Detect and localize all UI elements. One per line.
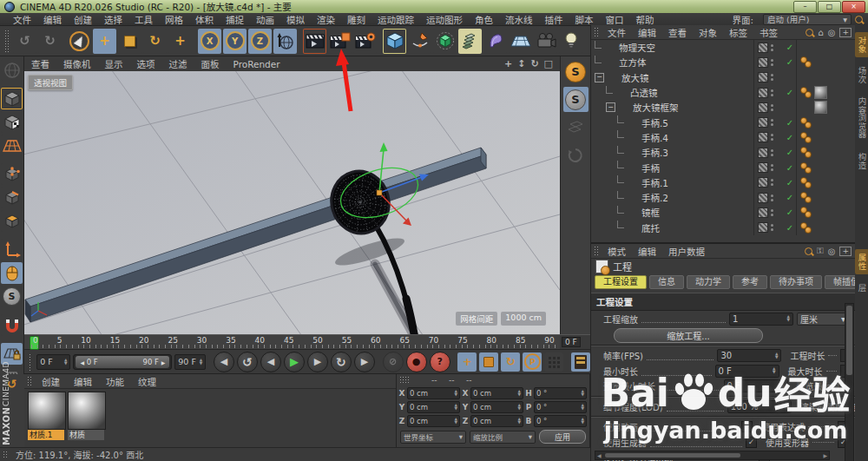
visibility-dots[interactable] bbox=[771, 89, 773, 96]
tag-area[interactable] bbox=[796, 40, 856, 55]
stepper-icon[interactable] bbox=[64, 359, 67, 366]
vertical-scrollbar[interactable] bbox=[845, 303, 854, 461]
texture-tag-thumb[interactable] bbox=[814, 101, 827, 114]
menu-item[interactable]: 运动跟踪 bbox=[372, 15, 420, 25]
om-menu-item[interactable]: 书签 bbox=[753, 28, 784, 38]
enable-check-icon[interactable]: ✓ bbox=[784, 43, 796, 52]
enable-check-icon[interactable]: ✓ bbox=[784, 207, 796, 217]
object-row[interactable]: 镜框 ✓ bbox=[591, 205, 856, 220]
tag-area[interactable] bbox=[796, 175, 856, 190]
om-search-icon[interactable] bbox=[806, 29, 813, 36]
tag-area[interactable] bbox=[796, 190, 856, 205]
stepper-icon[interactable] bbox=[787, 315, 790, 322]
expand-toggle[interactable] bbox=[617, 161, 624, 168]
attribute-tab[interactable]: 待办事项 bbox=[770, 275, 822, 289]
object-row[interactable]: 手柄.4 ✓ bbox=[591, 130, 856, 145]
layer-toggle-icon[interactable] bbox=[758, 193, 768, 203]
coord-field[interactable]: 0 cm bbox=[470, 415, 523, 427]
menu-item[interactable]: 插件 bbox=[539, 15, 569, 25]
enable-check-icon[interactable]: ✓ bbox=[784, 118, 796, 128]
points-mode-button[interactable] bbox=[1, 163, 23, 185]
am-search-icon[interactable] bbox=[805, 247, 812, 255]
value-field[interactable]: 0 F bbox=[715, 365, 779, 378]
live-selection-button[interactable] bbox=[68, 29, 91, 54]
visibility-toggles[interactable] bbox=[753, 221, 784, 235]
stepper-icon[interactable] bbox=[518, 404, 521, 411]
apply-button[interactable]: 应用 bbox=[539, 430, 586, 444]
object-row[interactable]: 底托 ✓ bbox=[591, 221, 856, 235]
visibility-toggles[interactable] bbox=[753, 70, 784, 85]
viewport-menu-item[interactable]: 查看 bbox=[24, 59, 56, 69]
enable-check-icon[interactable]: ✓ bbox=[784, 178, 796, 188]
coord-field[interactable]: 0 cm bbox=[407, 415, 460, 427]
viewport-menu-item[interactable]: 过滤 bbox=[162, 59, 194, 69]
coord-field[interactable]: 0 ° bbox=[534, 415, 587, 427]
play-backwards-button[interactable]: ↺ bbox=[237, 352, 258, 372]
viewport-menu-item[interactable]: 摄像机 bbox=[56, 59, 98, 69]
object-name[interactable]: 放大镜 bbox=[621, 71, 753, 84]
am-lock-icon[interactable]: ⚿ bbox=[817, 246, 824, 256]
material-item[interactable]: 材质.1 bbox=[28, 392, 64, 440]
object-name[interactable]: 手柄.2 bbox=[641, 191, 753, 204]
side-tab[interactable]: 层 bbox=[855, 280, 868, 297]
stepper-icon[interactable] bbox=[455, 390, 457, 397]
object-name[interactable]: 镜框 bbox=[641, 206, 753, 219]
object-name[interactable]: 手柄.5 bbox=[641, 116, 753, 129]
visibility-toggles[interactable] bbox=[753, 40, 784, 55]
material-thumbnail[interactable] bbox=[28, 392, 66, 430]
unit-dropdown[interactable]: 厘米▾ bbox=[797, 313, 849, 326]
viewport-menu-item[interactable]: 选项 bbox=[130, 59, 162, 69]
texture-tag-dots[interactable] bbox=[800, 207, 812, 218]
enable-check-icon[interactable]: ✓ bbox=[784, 57, 796, 67]
snap-button[interactable]: S bbox=[1, 286, 23, 307]
menu-item[interactable]: 窗口 bbox=[600, 15, 630, 25]
viewport-menu-item[interactable]: 面板 bbox=[194, 59, 227, 69]
menu-item[interactable]: 角色 bbox=[469, 15, 499, 25]
side-tab[interactable]: 对象 bbox=[855, 32, 868, 57]
coord-system-dropdown[interactable]: 世界坐标▾ bbox=[400, 431, 466, 444]
am-add-icon[interactable]: + bbox=[839, 247, 852, 256]
object-row[interactable]: 凸透镜 ✓ bbox=[591, 85, 856, 100]
enable-check-icon[interactable]: ✓ bbox=[784, 163, 796, 173]
om-menu-item[interactable]: 标签 bbox=[723, 28, 753, 38]
key-parameter-toggle[interactable]: P bbox=[523, 352, 542, 372]
record-disabled-button[interactable]: ⊘ bbox=[383, 352, 404, 372]
object-row[interactable]: − 放大镜框架 ✓ bbox=[591, 100, 856, 115]
render-to-picture-viewer-button[interactable] bbox=[328, 29, 352, 54]
layer-toggle-icon[interactable] bbox=[758, 162, 768, 173]
visibility-toggles[interactable] bbox=[753, 145, 784, 160]
enable-check-icon[interactable]: ✓ bbox=[784, 223, 796, 233]
visibility-toggles[interactable] bbox=[753, 160, 784, 175]
om-home-icon[interactable]: ⌂ bbox=[818, 28, 823, 37]
maximize-button[interactable]: □ bbox=[818, 1, 841, 13]
menu-item[interactable]: 文件 bbox=[7, 15, 37, 25]
side-tab[interactable]: 属性 bbox=[855, 249, 868, 274]
stepper-icon[interactable] bbox=[455, 404, 457, 411]
expand-toggle[interactable] bbox=[595, 41, 602, 49]
visibility-toggles[interactable] bbox=[753, 130, 784, 145]
add-floor-button[interactable] bbox=[509, 29, 532, 54]
layer-toggle-icon[interactable] bbox=[758, 117, 768, 128]
am-target-icon[interactable]: ◎ bbox=[828, 247, 836, 256]
record-keyframe-button[interactable]: ● bbox=[406, 352, 427, 372]
expand-toggle[interactable] bbox=[617, 175, 624, 183]
current-frame-value[interactable]: 0 F bbox=[562, 337, 581, 347]
add-spline-button[interactable] bbox=[408, 29, 431, 54]
visibility-dots[interactable] bbox=[771, 74, 773, 81]
goto-start-button[interactable]: ◀ bbox=[214, 352, 234, 372]
last-tool-button[interactable]: + bbox=[168, 29, 192, 54]
stepper-icon[interactable] bbox=[582, 390, 584, 397]
key-pla-toggle[interactable] bbox=[544, 352, 563, 372]
layer-toggle-icon[interactable] bbox=[758, 222, 768, 233]
key-rotation-toggle[interactable]: ↻ bbox=[501, 352, 520, 372]
value-field[interactable]: 30 bbox=[717, 349, 781, 362]
expand-toggle[interactable] bbox=[617, 221, 624, 228]
material-menu-item[interactable]: 纹理 bbox=[131, 377, 163, 387]
stepper-icon[interactable] bbox=[518, 418, 521, 425]
key-scale-toggle[interactable] bbox=[479, 352, 498, 372]
visibility-toggles[interactable] bbox=[753, 85, 784, 100]
previous-frame-button[interactable]: ◀ bbox=[260, 352, 281, 372]
add-generator-button[interactable] bbox=[458, 29, 482, 54]
visibility-dots[interactable] bbox=[771, 149, 773, 156]
next-frame-button[interactable]: ▶ bbox=[307, 352, 328, 372]
